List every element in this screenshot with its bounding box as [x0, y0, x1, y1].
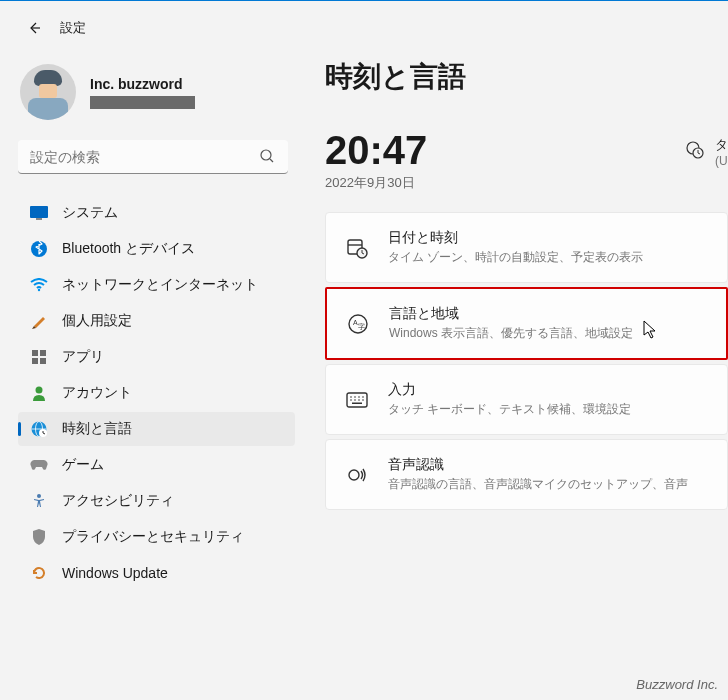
- svg-point-38: [358, 399, 360, 401]
- avatar: [20, 64, 76, 120]
- nav-label: 個人用設定: [62, 312, 132, 330]
- accessibility-icon: [30, 492, 48, 510]
- svg-rect-7: [32, 350, 38, 356]
- language-icon: A字: [347, 313, 369, 335]
- arrow-left-icon: [26, 20, 42, 36]
- gamepad-icon: [30, 456, 48, 474]
- profile-email-redacted: [90, 96, 195, 109]
- svg-rect-9: [32, 358, 38, 364]
- world-clock[interactable]: タ (U: [685, 136, 728, 168]
- wifi-icon: [30, 276, 48, 294]
- card-subtitle: タイム ゾーン、時計の自動設定、予定表の表示: [388, 249, 707, 266]
- svg-text:字: 字: [358, 323, 365, 330]
- watermark: Buzzword Inc.: [636, 677, 718, 692]
- nav-label: ゲーム: [62, 456, 104, 474]
- system-icon: [30, 204, 48, 222]
- svg-rect-3: [30, 206, 48, 218]
- nav-item-time-language[interactable]: 時刻と言語: [18, 412, 295, 446]
- card-title: 日付と時刻: [388, 229, 707, 247]
- nav-item-accessibility[interactable]: アクセシビリティ: [18, 484, 295, 518]
- globe-clock-icon: [30, 420, 48, 438]
- svg-point-11: [36, 387, 43, 394]
- nav-item-windows-update[interactable]: Windows Update: [18, 556, 295, 590]
- header-title: 設定: [60, 19, 86, 37]
- page-title: 時刻と言語: [325, 58, 728, 96]
- svg-point-33: [354, 396, 356, 398]
- card-subtitle: Windows 表示言語、優先する言語、地域設定: [389, 325, 706, 342]
- svg-point-36: [350, 399, 352, 401]
- card-subtitle: 音声認識の言語、音声認識マイクのセットアップ、音声: [388, 476, 707, 493]
- nav-item-system[interactable]: システム: [18, 196, 295, 230]
- svg-point-35: [362, 396, 364, 398]
- card-language-region[interactable]: A字 言語と地域 Windows 表示言語、優先する言語、地域設定: [325, 287, 728, 360]
- card-title: 音声認識: [388, 456, 707, 474]
- card-subtitle: タッチ キーボード、テキスト候補、環境設定: [388, 401, 707, 418]
- nav-item-accounts[interactable]: アカウント: [18, 376, 295, 410]
- svg-point-6: [38, 289, 40, 291]
- back-button[interactable]: [24, 18, 44, 38]
- nav-item-gaming[interactable]: ゲーム: [18, 448, 295, 482]
- profile-name: Inc. buzzword: [90, 76, 195, 92]
- main-content: 時刻と言語 20:47 2022年9月30日 タ (U: [305, 48, 728, 698]
- nav-label: アカウント: [62, 384, 132, 402]
- nav-item-personalization[interactable]: 個人用設定: [18, 304, 295, 338]
- card-input[interactable]: 入力 タッチ キーボード、テキスト候補、環境設定: [325, 364, 728, 435]
- card-speech[interactable]: 音声認識 音声認識の言語、音声認識マイクのセットアップ、音声: [325, 439, 728, 510]
- update-icon: [30, 564, 48, 582]
- user-profile[interactable]: Inc. buzzword: [18, 64, 295, 120]
- nav-item-network[interactable]: ネットワークとインターネット: [18, 268, 295, 302]
- nav-label: Bluetooth とデバイス: [62, 240, 195, 258]
- world-clock-sub: (U: [715, 154, 728, 168]
- speech-icon: [346, 464, 368, 486]
- nav-label: 時刻と言語: [62, 420, 132, 438]
- keyboard-icon: [346, 389, 368, 411]
- svg-point-41: [349, 470, 359, 480]
- current-date: 2022年9月30日: [325, 174, 427, 192]
- search-input[interactable]: [18, 140, 288, 174]
- calendar-clock-icon: [346, 237, 368, 259]
- bluetooth-icon: [30, 240, 48, 258]
- card-date-time[interactable]: 日付と時刻 タイム ゾーン、時計の自動設定、予定表の表示: [325, 212, 728, 283]
- svg-point-34: [358, 396, 360, 398]
- svg-rect-4: [36, 218, 42, 220]
- svg-point-18: [37, 494, 41, 498]
- apps-icon: [30, 348, 48, 366]
- svg-rect-10: [40, 358, 46, 364]
- nav-label: ネットワークとインターネット: [62, 276, 258, 294]
- svg-rect-40: [352, 402, 362, 404]
- brush-icon: [30, 312, 48, 330]
- nav-item-bluetooth[interactable]: Bluetooth とデバイス: [18, 232, 295, 266]
- world-clock-icon: [685, 140, 705, 164]
- current-time: 20:47: [325, 130, 427, 170]
- card-title: 言語と地域: [389, 305, 706, 323]
- svg-point-39: [362, 399, 364, 401]
- nav-list: システム Bluetooth とデバイス ネットワークとインターネット 個人用設…: [18, 196, 295, 590]
- card-title: 入力: [388, 381, 707, 399]
- nav-item-privacy[interactable]: プライバシーとセキュリティ: [18, 520, 295, 554]
- person-icon: [30, 384, 48, 402]
- nav-label: Windows Update: [62, 565, 168, 581]
- nav-label: アクセシビリティ: [62, 492, 174, 510]
- svg-point-32: [350, 396, 352, 398]
- svg-point-37: [354, 399, 356, 401]
- nav-label: システム: [62, 204, 118, 222]
- nav-label: プライバシーとセキュリティ: [62, 528, 244, 546]
- shield-icon: [30, 528, 48, 546]
- nav-label: アプリ: [62, 348, 104, 366]
- sidebar: Inc. buzzword システム Bluetooth とデバイス ネットワー…: [0, 48, 305, 698]
- svg-rect-8: [40, 350, 46, 356]
- nav-item-apps[interactable]: アプリ: [18, 340, 295, 374]
- svg-rect-31: [347, 393, 367, 407]
- world-clock-label: タ: [715, 136, 728, 154]
